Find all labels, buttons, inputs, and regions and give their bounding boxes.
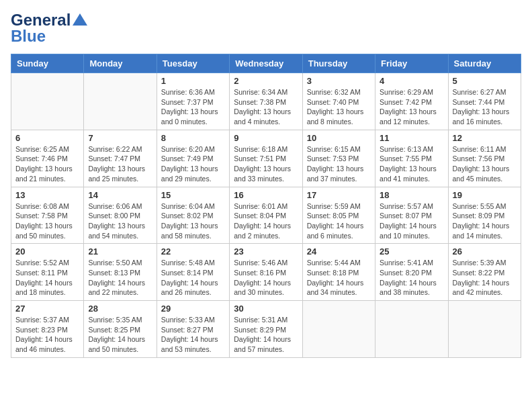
calendar-cell: 16Sunrise: 6:01 AM Sunset: 8:04 PM Dayli… xyxy=(230,187,302,244)
day-number: 12 xyxy=(453,133,517,143)
weekday-header-monday: Monday xyxy=(84,54,157,73)
day-info: Sunrise: 6:20 AM Sunset: 7:49 PM Dayligh… xyxy=(161,144,225,184)
day-number: 28 xyxy=(88,304,152,314)
calendar-cell: 23Sunrise: 5:46 AM Sunset: 8:16 PM Dayli… xyxy=(230,244,302,301)
day-number: 3 xyxy=(307,76,371,86)
calendar-cell xyxy=(302,301,375,358)
day-number: 20 xyxy=(15,246,79,257)
day-info: Sunrise: 6:13 AM Sunset: 7:55 PM Dayligh… xyxy=(380,144,443,184)
day-info: Sunrise: 5:46 AM Sunset: 8:16 PM Dayligh… xyxy=(234,258,298,298)
day-number: 19 xyxy=(453,190,517,200)
calendar-cell: 27Sunrise: 5:37 AM Sunset: 8:23 PM Dayli… xyxy=(11,301,84,358)
day-number: 4 xyxy=(380,76,443,86)
day-number: 5 xyxy=(453,76,517,86)
day-info: Sunrise: 6:22 AM Sunset: 7:47 PM Dayligh… xyxy=(88,144,152,184)
calendar-cell: 30Sunrise: 5:31 AM Sunset: 8:29 PM Dayli… xyxy=(230,301,302,358)
day-number: 25 xyxy=(380,246,443,257)
calendar-cell: 11Sunrise: 6:13 AM Sunset: 7:55 PM Dayli… xyxy=(375,130,448,187)
day-info: Sunrise: 5:31 AM Sunset: 8:29 PM Dayligh… xyxy=(234,315,298,355)
calendar-week-row: 13Sunrise: 6:08 AM Sunset: 7:58 PM Dayli… xyxy=(11,187,521,244)
calendar-cell: 5Sunrise: 6:27 AM Sunset: 7:44 PM Daylig… xyxy=(448,73,521,130)
day-number: 14 xyxy=(88,190,152,200)
page-header: General Blue xyxy=(11,11,521,46)
day-number: 13 xyxy=(15,190,79,200)
day-number: 7 xyxy=(88,133,152,143)
calendar-cell xyxy=(11,73,84,130)
day-number: 10 xyxy=(307,133,371,143)
calendar-header-row: SundayMondayTuesdayWednesdayThursdayFrid… xyxy=(11,54,521,73)
calendar-cell: 10Sunrise: 6:15 AM Sunset: 7:53 PM Dayli… xyxy=(302,130,375,187)
day-info: Sunrise: 5:48 AM Sunset: 8:14 PM Dayligh… xyxy=(161,258,225,298)
day-number: 24 xyxy=(307,246,371,257)
day-info: Sunrise: 5:57 AM Sunset: 8:07 PM Dayligh… xyxy=(380,201,443,241)
calendar-cell: 7Sunrise: 6:22 AM Sunset: 7:47 PM Daylig… xyxy=(84,130,157,187)
calendar-cell: 25Sunrise: 5:41 AM Sunset: 8:20 PM Dayli… xyxy=(375,244,448,301)
day-info: Sunrise: 6:04 AM Sunset: 8:02 PM Dayligh… xyxy=(161,201,225,241)
calendar-cell: 9Sunrise: 6:18 AM Sunset: 7:51 PM Daylig… xyxy=(230,130,302,187)
weekday-header-friday: Friday xyxy=(375,54,448,73)
day-info: Sunrise: 6:29 AM Sunset: 7:42 PM Dayligh… xyxy=(380,87,443,127)
calendar-cell: 19Sunrise: 5:55 AM Sunset: 8:09 PM Dayli… xyxy=(448,187,521,244)
calendar-cell: 8Sunrise: 6:20 AM Sunset: 7:49 PM Daylig… xyxy=(157,130,229,187)
calendar-cell xyxy=(375,301,448,358)
day-info: Sunrise: 5:39 AM Sunset: 8:22 PM Dayligh… xyxy=(453,258,517,298)
day-number: 30 xyxy=(234,304,298,314)
calendar-cell: 2Sunrise: 6:34 AM Sunset: 7:38 PM Daylig… xyxy=(230,73,302,130)
calendar-cell: 17Sunrise: 5:59 AM Sunset: 8:05 PM Dayli… xyxy=(302,187,375,244)
day-number: 2 xyxy=(234,76,298,86)
calendar-cell: 20Sunrise: 5:52 AM Sunset: 8:11 PM Dayli… xyxy=(11,244,84,301)
day-number: 18 xyxy=(380,190,443,200)
day-info: Sunrise: 6:01 AM Sunset: 8:04 PM Dayligh… xyxy=(234,201,298,241)
day-info: Sunrise: 6:08 AM Sunset: 7:58 PM Dayligh… xyxy=(15,201,79,241)
day-info: Sunrise: 5:52 AM Sunset: 8:11 PM Dayligh… xyxy=(15,258,79,298)
day-info: Sunrise: 5:59 AM Sunset: 8:05 PM Dayligh… xyxy=(307,201,371,241)
logo: General Blue xyxy=(11,11,87,46)
calendar-cell: 4Sunrise: 6:29 AM Sunset: 7:42 PM Daylig… xyxy=(375,73,448,130)
calendar-week-row: 1Sunrise: 6:36 AM Sunset: 7:37 PM Daylig… xyxy=(11,73,521,130)
svg-marker-0 xyxy=(73,13,87,26)
day-info: Sunrise: 6:27 AM Sunset: 7:44 PM Dayligh… xyxy=(453,87,517,127)
calendar-cell: 3Sunrise: 6:32 AM Sunset: 7:40 PM Daylig… xyxy=(302,73,375,130)
day-number: 26 xyxy=(453,246,517,257)
day-number: 23 xyxy=(234,246,298,257)
day-info: Sunrise: 6:11 AM Sunset: 7:56 PM Dayligh… xyxy=(453,144,517,184)
calendar-table: SundayMondayTuesdayWednesdayThursdayFrid… xyxy=(11,54,521,358)
day-info: Sunrise: 6:32 AM Sunset: 7:40 PM Dayligh… xyxy=(307,87,371,127)
weekday-header-saturday: Saturday xyxy=(448,54,521,73)
logo-blue: Blue xyxy=(11,27,46,46)
calendar-week-row: 6Sunrise: 6:25 AM Sunset: 7:46 PM Daylig… xyxy=(11,130,521,187)
day-info: Sunrise: 5:55 AM Sunset: 8:09 PM Dayligh… xyxy=(453,201,517,241)
day-number: 22 xyxy=(161,246,225,257)
calendar-cell: 21Sunrise: 5:50 AM Sunset: 8:13 PM Dayli… xyxy=(84,244,157,301)
calendar-cell: 12Sunrise: 6:11 AM Sunset: 7:56 PM Dayli… xyxy=(448,130,521,187)
calendar-week-row: 27Sunrise: 5:37 AM Sunset: 8:23 PM Dayli… xyxy=(11,301,521,358)
calendar-cell: 18Sunrise: 5:57 AM Sunset: 8:07 PM Dayli… xyxy=(375,187,448,244)
day-number: 17 xyxy=(307,190,371,200)
logo-icon xyxy=(73,13,87,26)
day-info: Sunrise: 6:18 AM Sunset: 7:51 PM Dayligh… xyxy=(234,144,298,184)
day-number: 21 xyxy=(88,246,152,257)
weekday-header-thursday: Thursday xyxy=(302,54,375,73)
day-number: 8 xyxy=(161,133,225,143)
day-number: 29 xyxy=(161,304,225,314)
day-number: 6 xyxy=(15,133,79,143)
calendar-cell: 22Sunrise: 5:48 AM Sunset: 8:14 PM Dayli… xyxy=(157,244,229,301)
calendar-cell xyxy=(84,73,157,130)
day-info: Sunrise: 5:44 AM Sunset: 8:18 PM Dayligh… xyxy=(307,258,371,298)
day-info: Sunrise: 6:34 AM Sunset: 7:38 PM Dayligh… xyxy=(234,87,298,127)
day-info: Sunrise: 6:15 AM Sunset: 7:53 PM Dayligh… xyxy=(307,144,371,184)
day-info: Sunrise: 5:35 AM Sunset: 8:25 PM Dayligh… xyxy=(88,315,152,355)
calendar-cell: 29Sunrise: 5:33 AM Sunset: 8:27 PM Dayli… xyxy=(157,301,229,358)
day-number: 9 xyxy=(234,133,298,143)
calendar-cell: 28Sunrise: 5:35 AM Sunset: 8:25 PM Dayli… xyxy=(84,301,157,358)
day-info: Sunrise: 5:50 AM Sunset: 8:13 PM Dayligh… xyxy=(88,258,152,298)
day-info: Sunrise: 6:06 AM Sunset: 8:00 PM Dayligh… xyxy=(88,201,152,241)
day-info: Sunrise: 5:37 AM Sunset: 8:23 PM Dayligh… xyxy=(15,315,79,355)
calendar-cell: 6Sunrise: 6:25 AM Sunset: 7:46 PM Daylig… xyxy=(11,130,84,187)
calendar-cell: 24Sunrise: 5:44 AM Sunset: 8:18 PM Dayli… xyxy=(302,244,375,301)
calendar-cell: 15Sunrise: 6:04 AM Sunset: 8:02 PM Dayli… xyxy=(157,187,229,244)
day-info: Sunrise: 6:36 AM Sunset: 7:37 PM Dayligh… xyxy=(161,87,225,127)
calendar-cell: 1Sunrise: 6:36 AM Sunset: 7:37 PM Daylig… xyxy=(157,73,229,130)
day-info: Sunrise: 5:33 AM Sunset: 8:27 PM Dayligh… xyxy=(161,315,225,355)
calendar-cell: 13Sunrise: 6:08 AM Sunset: 7:58 PM Dayli… xyxy=(11,187,84,244)
